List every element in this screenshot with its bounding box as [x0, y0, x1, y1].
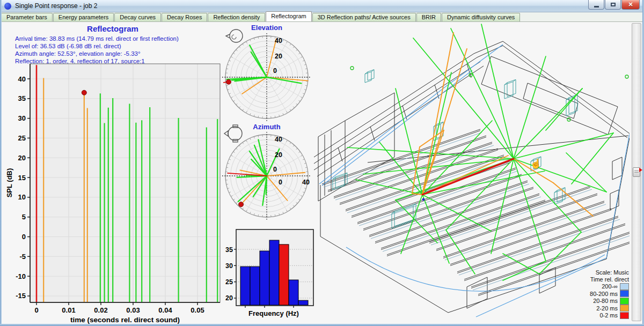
tab-dynamic-diffusivity-curves[interactable]: Dynamic diffusivity curves — [442, 13, 520, 21]
legend-swatch — [620, 298, 629, 305]
svg-text:0: 0 — [279, 179, 282, 186]
reflectogram-info-line: Level of: 36.53 dB (-6.98 dB rel. direct… — [15, 42, 179, 50]
svg-text:20: 20 — [275, 151, 282, 159]
svg-text:0.03: 0.03 — [126, 306, 140, 314]
maximize-button[interactable] — [605, 0, 621, 10]
frequency-chart[interactable]: 20253035632502000 — [224, 228, 317, 308]
title-bar[interactable]: Single Point response - job 2 — [0, 0, 644, 12]
window-border-left — [0, 0, 2, 326]
window-title: Single Point response - job 2 — [15, 2, 97, 10]
svg-text:35: 35 — [18, 94, 26, 102]
tab-brir[interactable]: BRIR — [416, 13, 441, 21]
legend-item: 200-∞ — [561, 283, 629, 290]
elevation-polar-plot[interactable]: 40200 — [221, 31, 313, 130]
legend-swatch — [620, 290, 629, 297]
reflectogram-info-line: Arrival time: 38.83 ms (14.79 ms rel. di… — [15, 35, 179, 42]
screen: { "window": { "title": "Single Point res… — [0, 0, 644, 326]
tab-bar: Parameter barsEnergy parametersDecay cur… — [0, 12, 644, 22]
legend-swatch — [620, 305, 629, 312]
svg-text:0.02: 0.02 — [94, 306, 107, 314]
svg-text:30: 30 — [18, 114, 26, 122]
svg-text:0.01: 0.01 — [62, 306, 75, 314]
tab-energy-parameters[interactable]: Energy parameters — [53, 13, 114, 21]
window-controls: ✕ — [588, 0, 640, 10]
azimuth-polar-plot[interactable]: 40200040 — [221, 129, 313, 229]
svg-text:15: 15 — [18, 174, 26, 182]
svg-text:time (seconds rel. direct soun: time (seconds rel. direct sound) — [70, 316, 180, 324]
legend-item: 80-200 ms — [561, 290, 629, 297]
legend-time-label: Time rel. direct — [590, 276, 629, 283]
svg-text:40: 40 — [302, 179, 310, 186]
svg-text:25: 25 — [225, 278, 233, 286]
svg-text:0.05: 0.05 — [191, 306, 204, 314]
legend-item: 0-2 ms — [561, 312, 629, 318]
svg-text:SPL (dB): SPL (dB) — [5, 168, 13, 198]
single-point-response-window: Single Point response - job 2 ✕ Paramete… — [0, 0, 644, 326]
svg-text:20: 20 — [18, 154, 26, 162]
hand-cursor-icon: ☝ — [530, 158, 542, 169]
svg-text:0: 0 — [34, 306, 38, 314]
svg-text:40: 40 — [275, 37, 282, 45]
maximize-icon — [611, 3, 616, 6]
svg-text:0: 0 — [273, 166, 277, 173]
svg-text:30: 30 — [225, 262, 233, 270]
tab-parameter-bars[interactable]: Parameter bars — [1, 13, 53, 21]
svg-text:20: 20 — [275, 53, 282, 60]
svg-text:40: 40 — [275, 136, 282, 143]
close-button[interactable]: ✕ — [621, 0, 640, 10]
window-border-bottom — [0, 324, 644, 326]
minimize-button[interactable] — [588, 0, 604, 10]
time-scrollbar[interactable] — [632, 23, 641, 321]
svg-text:20: 20 — [225, 294, 233, 302]
tab-reflection-density[interactable]: Reflection density — [208, 13, 265, 21]
legend-scale-label: Scale: Music — [596, 269, 629, 276]
svg-text:0: 0 — [22, 233, 26, 241]
legend-item: 2-20 ms — [561, 305, 629, 312]
svg-text:5: 5 — [22, 213, 26, 221]
app-icon — [4, 3, 11, 10]
reflectogram-chart[interactable]: 4035302520151050-5-10-1500.010.020.030.0… — [4, 61, 225, 324]
minimize-icon — [594, 6, 599, 8]
svg-text:0: 0 — [273, 67, 277, 75]
tab-decay-curves[interactable]: Decay curves — [114, 13, 161, 21]
svg-text:40: 40 — [18, 75, 26, 83]
svg-text:-5: -5 — [19, 253, 26, 261]
svg-text:25: 25 — [18, 134, 26, 142]
legend-item: 20-80 ms — [561, 298, 629, 305]
legend-swatch — [620, 283, 629, 290]
tab-decay-roses[interactable]: Decay Roses — [162, 13, 207, 21]
svg-text:-15: -15 — [16, 292, 26, 300]
content-area: Reflectogram Arrival time: 38.83 ms (14.… — [0, 22, 644, 326]
svg-text:0.04: 0.04 — [158, 306, 172, 314]
reflectogram-title: Reflectogram — [32, 24, 193, 33]
tab-reflectogram[interactable]: Reflectogram — [266, 11, 311, 21]
legend-swatch — [620, 312, 629, 319]
tab-3d-reflection-paths-active-sources[interactable]: 3D Reflection paths/ Active sources — [312, 13, 416, 21]
svg-text:10: 10 — [18, 193, 26, 201]
svg-text:-10: -10 — [16, 272, 26, 280]
scale-legend: Scale: Music Time rel. direct 200-∞80-20… — [561, 269, 629, 319]
close-icon: ✕ — [628, 2, 633, 8]
reflectogram-info-line: Azimuth angle: 52.53°, elevation angle: … — [15, 50, 179, 57]
svg-text:35: 35 — [225, 246, 233, 254]
frequency-axis-title: Frequency (Hz) — [231, 309, 317, 317]
